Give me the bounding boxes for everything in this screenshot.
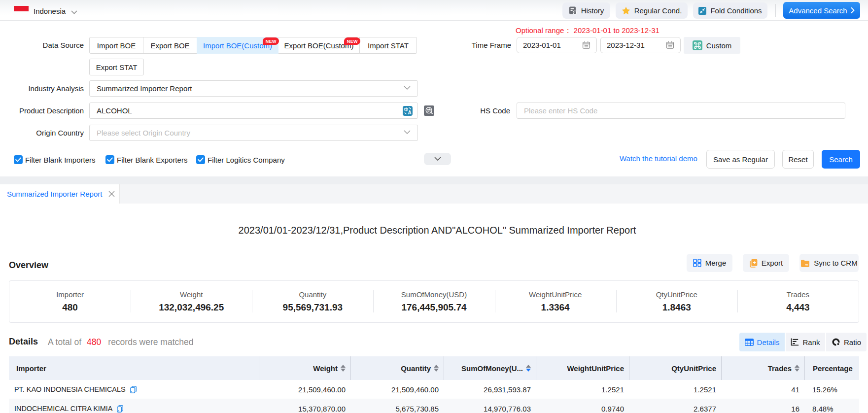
svg-text:A: A: [408, 110, 411, 115]
